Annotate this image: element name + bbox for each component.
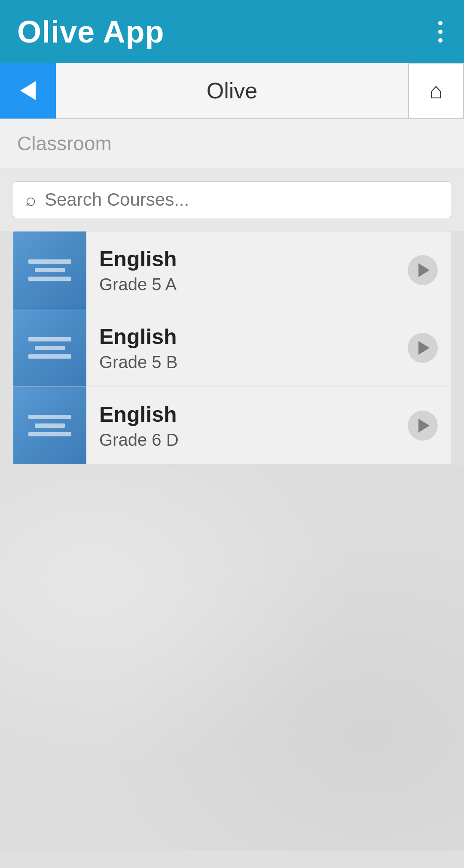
chevron-right-icon-3 — [418, 419, 430, 432]
course-info-1: English Grade 5 A — [86, 238, 408, 303]
course-grade-2: Grade 5 B — [99, 353, 395, 372]
course-info-3: English Grade 6 D — [86, 393, 408, 458]
app-title: Olive App — [17, 14, 164, 49]
course-name-2: English — [99, 324, 395, 349]
course-grade-1: Grade 5 A — [99, 275, 395, 294]
section-label: Classroom — [17, 132, 112, 155]
back-arrow-icon — [20, 81, 36, 100]
chevron-right-icon-1 — [418, 263, 430, 277]
background-area — [0, 465, 464, 851]
course-arrow-1[interactable] — [408, 255, 438, 285]
section-label-container: Classroom — [0, 119, 464, 168]
thumbnail-line-short — [35, 268, 65, 272]
course-arrow-2[interactable] — [408, 333, 438, 363]
thumbnail-line — [28, 415, 71, 419]
thumbnail-line-short — [35, 423, 65, 428]
app-bar: Olive App — [0, 0, 464, 63]
course-list: English Grade 5 A English Grade 5 B Engl… — [13, 231, 451, 465]
thumbnail-line — [28, 354, 71, 359]
course-thumbnail-3 — [13, 387, 86, 464]
more-options-button[interactable] — [434, 17, 447, 47]
home-icon: ⌂ — [429, 78, 443, 104]
course-info-2: English Grade 5 B — [86, 316, 408, 381]
course-thumbnail-1 — [13, 231, 86, 309]
thumbnail-line-short — [35, 346, 65, 350]
thumbnail-line — [28, 277, 71, 281]
course-arrow-3[interactable] — [408, 411, 438, 441]
nav-bar: Olive ⌂ — [0, 63, 464, 119]
thumbnail-line — [28, 432, 71, 436]
course-name-1: English — [99, 247, 395, 271]
chevron-right-icon-2 — [418, 341, 430, 355]
search-input[interactable] — [45, 189, 439, 210]
nav-title: Olive — [56, 78, 408, 104]
course-thumbnail-2 — [13, 309, 86, 387]
thumbnail-line — [28, 337, 71, 341]
course-item-3[interactable]: English Grade 6 D — [13, 387, 451, 464]
search-container: ⌕ — [0, 168, 464, 231]
course-item-2[interactable]: English Grade 5 B — [13, 309, 451, 387]
search-icon: ⌕ — [25, 189, 36, 210]
course-grade-3: Grade 6 D — [99, 430, 395, 450]
thumbnail-line — [28, 259, 71, 264]
course-item-1[interactable]: English Grade 5 A — [13, 231, 451, 309]
search-box: ⌕ — [13, 181, 451, 218]
home-button[interactable]: ⌂ — [408, 63, 464, 119]
course-name-3: English — [99, 402, 395, 427]
back-button[interactable] — [0, 63, 56, 119]
